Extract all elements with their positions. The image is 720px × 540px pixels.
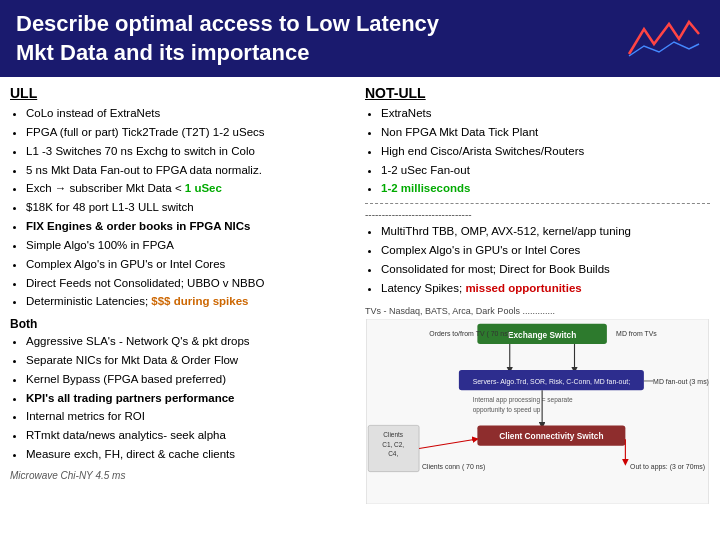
svg-text:Clients conn ( 70 ns): Clients conn ( 70 ns) <box>422 462 485 470</box>
list-item: RTmkt data/news analytics- seek alpha <box>26 427 355 445</box>
list-item: 5 ns Mkt Data Fan-out to FPGA data norma… <box>26 162 355 180</box>
list-item: Latency Spikes; missed opportunities <box>381 280 710 298</box>
list-item: KPI's all trading partners performance <box>26 390 355 408</box>
svg-text:Out to apps: (3 or 70ms): Out to apps: (3 or 70ms) <box>630 462 705 470</box>
list-item: High end Cisco/Arista Switches/Routers <box>381 143 710 161</box>
highlight-spikes: $$$ during spikes <box>151 295 248 307</box>
list-item: Exch → subscriber Mkt Data < 1 uSec <box>26 180 355 198</box>
list-item: ExtraNets <box>381 105 710 123</box>
list-item: Simple Algo's 100% in FPGA <box>26 237 355 255</box>
svg-text:opportunity to speed up: opportunity to speed up <box>473 405 541 413</box>
highlight-1usec: 1 uSec <box>185 182 222 194</box>
page-header: Describe optimal access to Low Latency M… <box>0 0 720 77</box>
svg-text:Exchange Switch: Exchange Switch <box>508 329 576 339</box>
divider-1 <box>365 203 710 204</box>
list-item: FPGA (full or part) Tick2Trade (T2T) 1-2… <box>26 124 355 142</box>
microwave-note: Microwave Chi-NY 4.5 ms <box>10 470 355 481</box>
list-item: MultiThrd TBB, OMP, AVX-512, kernel/app … <box>381 223 710 241</box>
divider-dashes: -------------------------------- <box>365 209 710 220</box>
ull-section-title: ULL <box>10 85 355 101</box>
page-title: Describe optimal access to Low Latency M… <box>16 10 439 67</box>
list-item: 1-2 milliseconds <box>381 180 710 198</box>
right-column: NOT-ULL ExtraNets Non FPGA Mkt Data Tick… <box>365 85 710 506</box>
svg-text:Servers- Algo.Trd, SOR, Risk, : Servers- Algo.Trd, SOR, Risk, C-Conn, MD… <box>473 377 631 385</box>
list-item: Complex Algo's in GPU's or Intel Cores <box>381 242 710 260</box>
list-item: Separate NICs for Mkt Data & Order Flow <box>26 352 355 370</box>
svg-text:C1, C2,: C1, C2, <box>382 440 404 447</box>
list-item: Aggressive SLA's - Network Q's & pkt dro… <box>26 333 355 351</box>
network-diagram-area: TVs - Nasdaq, BATS, Arca, Dark Pools ...… <box>365 306 710 507</box>
svg-text:C4,: C4, <box>388 449 398 456</box>
list-item: Measure exch, FH, direct & cache clients <box>26 446 355 464</box>
both-section: Both Aggressive SLA's - Network Q's & pk… <box>10 317 355 464</box>
not-ull-bullet-list-top: ExtraNets Non FPGA Mkt Data Tick Plant H… <box>365 105 710 198</box>
svg-text:Clients: Clients <box>383 431 403 438</box>
list-item: $18K for 48 port L1-3 ULL switch <box>26 199 355 217</box>
list-item: Internal metrics for ROI <box>26 408 355 426</box>
svg-text:Client Connectivity Switch: Client Connectivity Switch <box>499 431 603 441</box>
both-bullet-list: Aggressive SLA's - Network Q's & pkt dro… <box>10 333 355 464</box>
highlight-missed: missed opportunities <box>465 282 581 294</box>
highlight-milliseconds: 1-2 milliseconds <box>381 182 470 194</box>
not-ull-bullet-list-bottom: MultiThrd TBB, OMP, AVX-512, kernel/app … <box>365 223 710 297</box>
svg-text:Internal app processing = sepa: Internal app processing = separate <box>473 396 573 404</box>
list-item: Consolidated for most; Direct for Book B… <box>381 261 710 279</box>
header-logo <box>624 14 704 64</box>
svg-text:Orders to/from TV ( 70 ns): Orders to/from TV ( 70 ns) <box>429 329 510 337</box>
svg-text:MD fan-out (3 ms): MD fan-out (3 ms) <box>653 377 709 385</box>
list-item: Complex Algo's in GPU's or Intel Cores <box>26 256 355 274</box>
svg-text:MD from TVs: MD from TVs <box>616 329 657 336</box>
network-diagram: Clients C1, C2, C4, Exchange Switch Orde… <box>365 319 710 504</box>
list-item: Direct Feeds not Consolidated; UBBO v NB… <box>26 275 355 293</box>
list-item: Kernel Bypass (FPGA based preferred) <box>26 371 355 389</box>
list-item: CoLo instead of ExtraNets <box>26 105 355 123</box>
svg-rect-0 <box>624 14 704 64</box>
left-column: ULL CoLo instead of ExtraNets FPGA (full… <box>10 85 355 506</box>
list-item: FIX Engines & order books in FPGA NICs <box>26 218 355 236</box>
not-ull-section-title: NOT-ULL <box>365 85 710 101</box>
list-item: Non FPGA Mkt Data Tick Plant <box>381 124 710 142</box>
list-item: Deterministic Latencies; $$$ during spik… <box>26 293 355 311</box>
both-section-title: Both <box>10 317 355 331</box>
ull-bullet-list: CoLo instead of ExtraNets FPGA (full or … <box>10 105 355 311</box>
main-content: ULL CoLo instead of ExtraNets FPGA (full… <box>0 77 720 514</box>
tv-label: TVs - Nasdaq, BATS, Arca, Dark Pools ...… <box>365 306 710 316</box>
list-item: L1 -3 Switches 70 ns Exchg to switch in … <box>26 143 355 161</box>
list-item: 1-2 uSec Fan-out <box>381 162 710 180</box>
